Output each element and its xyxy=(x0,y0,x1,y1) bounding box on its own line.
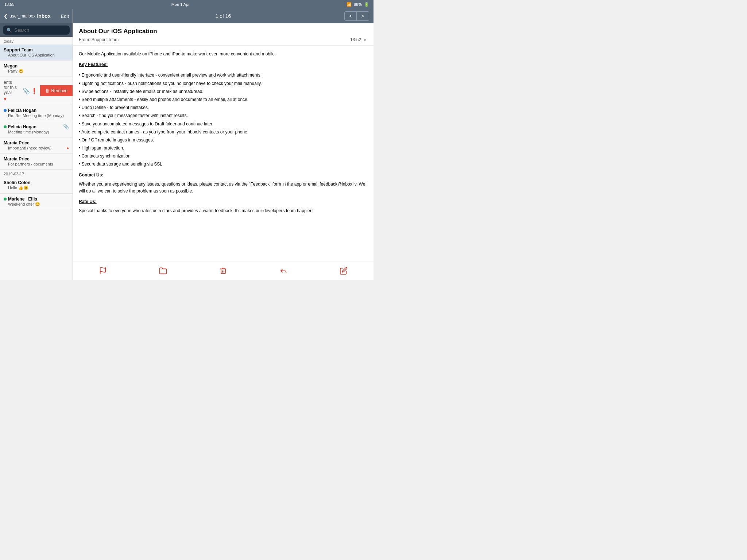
email-item[interactable]: Megan Party 😀 xyxy=(0,61,73,77)
bottom-toolbar xyxy=(73,261,374,280)
wifi-icon: 📶 xyxy=(347,2,352,7)
feature-item: Lightning notifications - push notificat… xyxy=(79,80,368,87)
email-sender: Marcia Price xyxy=(4,156,69,162)
attachment-icon: 📎 xyxy=(63,124,69,129)
email-item-swipe[interactable]: ents for this year ● 📎 ❗ 🗑 Remove xyxy=(0,77,73,105)
toolbar-left: ❮ user_mailbox Inbox xyxy=(4,13,51,19)
right-toolbar: 1 of 16 < > xyxy=(73,9,374,23)
feature-item: Secure data storage and sending via SSL. xyxy=(79,161,368,168)
left-panel: ❮ user_mailbox Inbox Edit 🔍 today Suppor… xyxy=(0,9,73,280)
main-container: ❮ user_mailbox Inbox Edit 🔍 today Suppor… xyxy=(0,9,374,280)
flag-button[interactable] xyxy=(95,264,111,277)
email-sender: Marlene Ellis xyxy=(4,197,69,202)
email-subject: Important! (need review) ● xyxy=(4,146,69,150)
battery-level: 88% xyxy=(354,2,362,7)
swipe-content: ents for this year ● xyxy=(0,77,20,105)
email-subject: Meeting time (Monday) xyxy=(4,130,69,134)
key-features-heading: Key Features: xyxy=(79,61,368,68)
email-title: About Our iOS Application xyxy=(79,28,368,35)
battery-icon: 🔋 xyxy=(364,2,369,7)
chevron-right-icon: ► xyxy=(363,37,368,42)
feature-item: Search - find your messages faster with … xyxy=(79,112,368,119)
flag-icon: ● xyxy=(4,96,7,101)
email-sender: Felicia Hogan xyxy=(4,108,69,113)
unread-dot xyxy=(4,109,7,112)
unread-dot xyxy=(4,125,7,128)
left-toolbar: ❮ user_mailbox Inbox Edit xyxy=(0,9,73,23)
remove-button[interactable]: 🗑 Remove xyxy=(40,85,73,96)
email-sender: Marcia Price xyxy=(4,140,69,145)
contact-text: Whether you are experiencing any issues,… xyxy=(79,182,365,194)
status-time: 13:55 xyxy=(4,2,15,7)
compose-button[interactable] xyxy=(336,264,352,277)
feature-item: Send multiple attachments - easily add p… xyxy=(79,96,368,103)
email-header: About Our iOS Application From: Support … xyxy=(73,23,374,46)
search-icon: 🔍 xyxy=(7,28,12,33)
email-sender: Support Team xyxy=(4,47,69,52)
email-subject: Re: Re: Meeting time (Monday) xyxy=(4,113,69,118)
flag-icon xyxy=(99,267,107,275)
email-item[interactable]: Marcia Price For partners - documents xyxy=(0,153,73,170)
email-time-wrap: 13:52 ► xyxy=(350,37,368,42)
contact-heading: Contact Us: xyxy=(79,172,368,179)
search-input-wrap[interactable]: 🔍 xyxy=(3,26,70,35)
email-item[interactable]: Felicia Hogan 📎 Meeting time (Monday) xyxy=(0,121,73,137)
nav-next-button[interactable]: > xyxy=(357,11,369,21)
feature-item: Ergonomic and user-friendly interface - … xyxy=(79,72,368,79)
section-today: today xyxy=(0,37,73,44)
attachment-icon: 📎 xyxy=(23,88,30,94)
feature-item: On / Off remote images in messages. xyxy=(79,137,368,144)
exclamation-icon: ❗ xyxy=(31,88,38,94)
features-list: Ergonomic and user-friendly interface - … xyxy=(79,72,368,168)
email-item[interactable]: Felicia Hogan Re: Re: Meeting time (Mond… xyxy=(0,105,73,121)
back-icon[interactable]: ❮ xyxy=(4,13,8,19)
email-item[interactable]: Support Team About Our iOS Application xyxy=(0,44,73,61)
feature-item: Contacts synchronization. xyxy=(79,153,368,160)
right-panel: 1 of 16 < > About Our iOS Application Fr… xyxy=(73,9,374,280)
email-body: Our Mobile Application available on iPho… xyxy=(73,46,374,261)
nav-counter: 1 of 16 xyxy=(216,13,231,19)
inbox-title: Inbox xyxy=(37,13,50,19)
reply-icon xyxy=(279,267,287,275)
attachment-area: 📎 ❗ xyxy=(20,88,40,94)
feature-item: Auto-complete contact names - as you typ… xyxy=(79,129,368,136)
feature-item: Undo Delete - to prevent mistakes. xyxy=(79,104,368,111)
trash-button[interactable] xyxy=(215,264,231,277)
unread-dot xyxy=(4,198,7,201)
section-date: 2019-03-17 xyxy=(0,170,73,177)
compose-icon xyxy=(340,267,348,275)
trash-icon xyxy=(219,267,227,275)
nav-prev-button[interactable]: < xyxy=(344,11,357,21)
email-sender-truncated: ents for this year xyxy=(4,80,17,95)
edit-button[interactable]: Edit xyxy=(61,13,69,19)
email-item[interactable]: Marlene Ellis Weekend offer 😄 xyxy=(0,194,73,210)
email-from: From: Support Team xyxy=(79,37,119,42)
folder-button[interactable] xyxy=(155,264,171,277)
trash-icon-small: 🗑 xyxy=(45,88,50,93)
email-subject: Hello 👍😉 xyxy=(4,186,69,190)
status-day: Mon 1 Apr xyxy=(171,2,190,7)
email-meta: From: Support Team 13:52 ► xyxy=(79,37,368,42)
search-input[interactable] xyxy=(14,27,66,33)
feature-item: Save your uncompleted messages to Draft … xyxy=(79,121,368,128)
nav-buttons: < > xyxy=(344,11,369,21)
email-sender: Megan xyxy=(4,63,69,69)
rate-text: Special thanks to everyone who rates us … xyxy=(79,208,313,213)
flag-indicator: ● xyxy=(66,146,69,150)
reply-button[interactable] xyxy=(275,264,291,277)
feature-item: High spam protection. xyxy=(79,145,368,152)
email-subject: About Our iOS Application xyxy=(4,53,69,57)
email-item[interactable]: Marcia Price Important! (need review) ● xyxy=(0,137,73,153)
feature-item: Swipe actions - instantly delete emails … xyxy=(79,88,368,95)
email-subject: For partners - documents xyxy=(4,162,69,166)
email-sender: Felicia Hogan 📎 xyxy=(4,124,69,129)
email-time: 13:52 xyxy=(350,37,361,42)
email-subject: Weekend offer 😄 xyxy=(4,202,69,207)
search-bar: 🔍 xyxy=(0,23,73,37)
email-item[interactable]: Shelin Colon Hello 👍😉 xyxy=(0,177,73,194)
rate-heading: Rate Us: xyxy=(79,198,368,205)
email-intro: Our Mobile Application available on iPho… xyxy=(79,51,368,58)
status-bar: 13:55 Mon 1 Apr 📶 88% 🔋 xyxy=(0,0,374,9)
email-list: today Support Team About Our iOS Applica… xyxy=(0,37,73,280)
mailbox-label[interactable]: user_mailbox xyxy=(9,13,35,19)
